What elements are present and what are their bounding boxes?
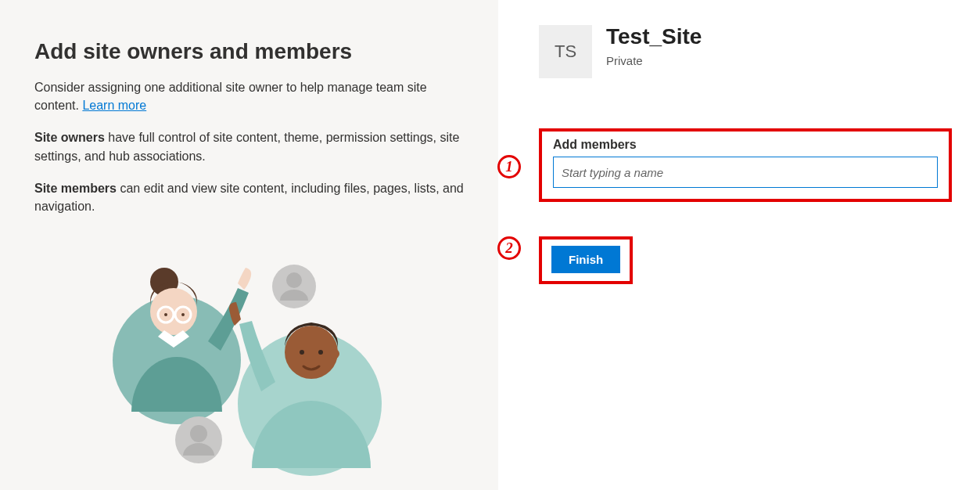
info-panel: Add site owners and members Consider ass… [0, 0, 498, 490]
learn-more-link[interactable]: Learn more [82, 99, 146, 112]
members-bold: Site members [34, 182, 117, 195]
callout-2-icon: 2 [497, 236, 521, 260]
site-header: TS Test_Site Private [539, 25, 955, 78]
site-tile: TS [539, 25, 592, 78]
svg-point-11 [285, 326, 338, 379]
add-members-input[interactable] [553, 157, 938, 188]
finish-section: Finish [539, 236, 633, 284]
svg-point-9 [181, 313, 185, 316]
page-title: Add site owners and members [34, 39, 464, 64]
owners-bold: Site owners [34, 131, 105, 144]
people-illustration [99, 258, 396, 490]
site-name: Test_Site [606, 25, 702, 49]
site-privacy: Private [606, 54, 702, 67]
svg-point-12 [300, 350, 304, 355]
site-info: Test_Site Private [606, 25, 702, 67]
intro-paragraph: Consider assigning one additional site o… [34, 78, 464, 114]
owners-paragraph: Site owners have full control of site co… [34, 128, 464, 164]
finish-button[interactable]: Finish [551, 246, 620, 273]
form-panel: TS Test_Site Private Add members Finish [498, 0, 980, 490]
svg-point-14 [330, 349, 339, 358]
svg-point-8 [164, 313, 167, 316]
callout-1-icon: 1 [497, 155, 521, 178]
svg-point-13 [318, 350, 323, 355]
svg-point-16 [190, 425, 207, 442]
svg-point-1 [286, 272, 302, 288]
add-members-section: Add members [539, 128, 952, 202]
add-members-label: Add members [553, 138, 938, 152]
members-paragraph: Site members can edit and view site cont… [34, 179, 464, 215]
